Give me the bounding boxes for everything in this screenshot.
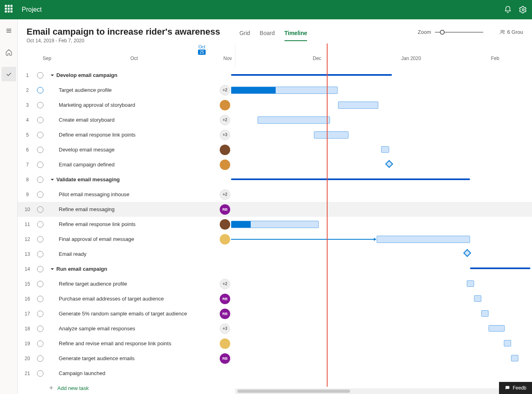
task-row[interactable]: 5Define email response link points+3 bbox=[18, 127, 532, 142]
row-number: 16 bbox=[18, 296, 37, 302]
task-name[interactable]: Create email storyboard bbox=[49, 117, 115, 123]
complete-circle[interactable] bbox=[37, 102, 43, 108]
task-name[interactable]: Develop email message bbox=[49, 147, 115, 153]
zoom-slider[interactable] bbox=[435, 32, 483, 33]
assignee-avatar[interactable]: +3 bbox=[220, 130, 230, 140]
task-name[interactable]: Refine email messaging bbox=[49, 206, 115, 212]
task-name[interactable]: Run email campaign bbox=[56, 266, 107, 272]
complete-circle[interactable] bbox=[37, 147, 43, 153]
task-name[interactable]: Refine email response link points bbox=[49, 221, 136, 227]
month-nov: Nov bbox=[223, 56, 232, 61]
task-row[interactable]: 8Validate email messaging bbox=[18, 172, 532, 187]
task-row[interactable]: 11Refine email response link points bbox=[18, 217, 532, 232]
complete-circle[interactable] bbox=[37, 370, 43, 377]
complete-circle[interactable] bbox=[37, 281, 43, 287]
task-name[interactable]: Email campaign defined bbox=[49, 162, 115, 168]
task-name[interactable]: Marketing approval of storyboard bbox=[49, 102, 135, 108]
app-launcher-icon[interactable] bbox=[5, 5, 14, 15]
complete-circle[interactable] bbox=[37, 266, 43, 272]
task-row[interactable]: 10Refine email messagingRB bbox=[18, 202, 532, 217]
task-row[interactable]: 3Marketing approval of storyboard bbox=[18, 97, 532, 112]
assignee-avatar[interactable] bbox=[220, 219, 230, 230]
chevron-down-icon[interactable] bbox=[49, 178, 56, 182]
task-name[interactable]: Develop email campaign bbox=[56, 72, 118, 78]
check-button[interactable] bbox=[2, 67, 16, 81]
task-name[interactable]: Refine target audience profile bbox=[49, 281, 127, 287]
task-name[interactable]: Target audience profile bbox=[49, 87, 112, 93]
assignee-avatar[interactable] bbox=[220, 145, 230, 155]
tab-grid[interactable]: Grid bbox=[239, 30, 250, 41]
zoom-control[interactable]: Zoom bbox=[418, 29, 483, 35]
complete-circle[interactable] bbox=[37, 326, 43, 332]
task-name[interactable]: Purchase email addresses of target audie… bbox=[49, 296, 164, 302]
assignee-avatar[interactable] bbox=[220, 338, 230, 349]
assignee-avatar[interactable] bbox=[220, 100, 230, 110]
task-name[interactable]: Refine and revise email and response lin… bbox=[49, 340, 171, 346]
home-button[interactable] bbox=[2, 45, 16, 60]
assignee-avatar[interactable]: +3 bbox=[220, 323, 230, 334]
add-task-button[interactable]: +Add new task bbox=[49, 381, 89, 394]
assignee-avatar[interactable]: +2 bbox=[220, 85, 230, 95]
feedback-button[interactable]: Feedb bbox=[499, 382, 532, 394]
complete-circle[interactable] bbox=[37, 117, 43, 123]
task-row[interactable]: 6Develop email message bbox=[18, 142, 532, 157]
assignee-avatar[interactable]: RB bbox=[220, 309, 230, 319]
task-name[interactable]: Analyze sample email responses bbox=[49, 326, 135, 332]
assignee-avatar[interactable] bbox=[220, 234, 230, 245]
complete-circle[interactable] bbox=[37, 311, 43, 317]
task-row[interactable]: 13Email ready bbox=[18, 247, 532, 261]
task-name[interactable]: Final approval of email message bbox=[49, 236, 134, 242]
complete-circle[interactable] bbox=[37, 87, 43, 93]
tab-board[interactable]: Board bbox=[260, 30, 274, 41]
task-row[interactable]: 21Campaign launched bbox=[18, 366, 532, 381]
bell-icon[interactable] bbox=[504, 6, 512, 14]
task-name[interactable]: Define email response link points bbox=[49, 132, 136, 138]
complete-circle[interactable] bbox=[37, 296, 43, 302]
task-row[interactable]: 17Generate 5% random sample emails of ta… bbox=[18, 306, 532, 321]
group-members[interactable]: 6 Grou bbox=[499, 29, 523, 35]
task-name[interactable]: Email ready bbox=[49, 251, 87, 257]
chevron-down-icon[interactable] bbox=[49, 267, 56, 271]
task-name[interactable]: Campaign launched bbox=[49, 370, 105, 376]
chevron-down-icon[interactable] bbox=[49, 73, 56, 77]
complete-circle[interactable] bbox=[37, 340, 43, 347]
gear-icon[interactable] bbox=[519, 6, 527, 14]
assignee-avatar[interactable]: RB bbox=[220, 294, 230, 304]
complete-circle[interactable] bbox=[37, 162, 43, 168]
task-row[interactable]: 1Develop email campaign bbox=[18, 68, 532, 83]
task-row[interactable]: 7Email campaign defined bbox=[18, 157, 532, 172]
assignee-avatar[interactable]: +2 bbox=[220, 189, 230, 200]
task-row[interactable]: 19Refine and revise email and response l… bbox=[18, 336, 532, 351]
assignee-avatar[interactable] bbox=[220, 160, 230, 170]
task-name[interactable]: Validate email messaging bbox=[56, 176, 120, 182]
task-row[interactable]: 20Generate target audience emailsRB bbox=[18, 351, 532, 366]
assignee-avatar[interactable]: RB bbox=[220, 353, 230, 364]
row-number: 10 bbox=[18, 207, 37, 212]
task-name[interactable]: Generate 5% random sample emails of targ… bbox=[49, 311, 187, 317]
task-row[interactable]: 2Target audience profile+2 bbox=[18, 83, 532, 97]
task-row[interactable]: 15Refine target audience profile+2 bbox=[18, 276, 532, 291]
task-name[interactable]: Generate target audience emails bbox=[49, 355, 135, 361]
task-name[interactable]: Pilot email messaging inhouse bbox=[49, 191, 130, 197]
complete-circle[interactable] bbox=[37, 236, 43, 243]
complete-circle[interactable] bbox=[37, 72, 43, 79]
task-row[interactable]: 16Purchase email addresses of target aud… bbox=[18, 291, 532, 306]
task-row[interactable]: 4Create email storyboard+2 bbox=[18, 112, 532, 127]
complete-circle[interactable] bbox=[37, 206, 43, 213]
task-row[interactable]: 14Run email campaign bbox=[18, 261, 532, 276]
tab-timeline[interactable]: Timeline bbox=[285, 30, 307, 41]
task-row[interactable]: 18Analyze sample email responses+3 bbox=[18, 321, 532, 336]
complete-circle[interactable] bbox=[37, 191, 43, 198]
menu-button[interactable] bbox=[2, 23, 16, 38]
assignee-avatar[interactable]: +2 bbox=[220, 115, 230, 125]
assignee-avatar[interactable]: RB bbox=[220, 204, 230, 215]
assignee-avatar[interactable]: +2 bbox=[220, 279, 230, 289]
complete-circle[interactable] bbox=[37, 176, 43, 183]
task-row[interactable]: 9Pilot email messaging inhouse+2 bbox=[18, 187, 532, 202]
complete-circle[interactable] bbox=[37, 221, 43, 228]
complete-circle[interactable] bbox=[37, 355, 43, 362]
complete-circle[interactable] bbox=[37, 251, 43, 257]
complete-circle[interactable] bbox=[37, 132, 43, 138]
horizontal-scrollbar[interactable] bbox=[235, 388, 532, 394]
task-row[interactable]: 12Final approval of email message bbox=[18, 232, 532, 247]
